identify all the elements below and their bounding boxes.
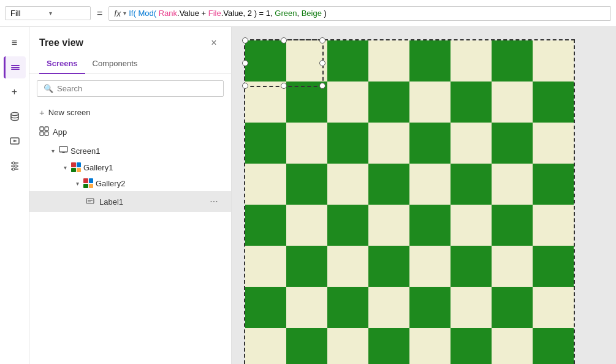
checkerboard-cell [533,328,574,364]
checkerboard-cell [286,123,327,164]
checkerboard-cell [368,164,409,205]
checkerboard-cell [492,328,533,364]
main-area: ≡ + [0,27,616,364]
app-icon [39,126,49,138]
checkerboard-cell [368,205,409,246]
label1-label: Label1 [99,197,123,207]
tree-item-label1[interactable]: Label1 ··· [29,191,231,212]
fill-label: Fill [10,9,47,18]
checkerboard-cell [245,164,286,205]
checkerboard-cell [368,328,409,364]
svg-rect-13 [45,127,48,131]
tree-item-gallery1[interactable]: ▾ Gallery1 [29,159,231,175]
chevron-down-icon: ▾ [61,164,69,171]
data-icon[interactable] [4,105,26,127]
gallery1-color-icon [71,162,81,172]
checkerboard-cell [286,82,327,123]
checkerboard-cell [327,246,368,287]
formula-text: If( Mod( Rank.Value + File.Value, 2 ) = … [129,9,327,18]
canvas-area [232,27,616,364]
fill-dropdown[interactable]: Fill ▾ [5,6,91,20]
controls-icon[interactable] [4,154,26,176]
checkerboard-cell [245,287,286,328]
checkerboard-cell [492,287,533,328]
tab-screens[interactable]: Screens [39,55,85,74]
tab-components[interactable]: Components [85,55,145,74]
checkerboard-cell [409,40,451,82]
checkerboard-cell [286,246,327,287]
checkerboard-cell [286,164,327,205]
checkerboard-cell [533,205,574,246]
fill-chevron-icon: ▾ [49,10,85,17]
checkerboard-cell [451,205,492,246]
svg-point-9 [15,165,17,167]
screen-icon [59,145,68,156]
checkerboard-cell [368,246,409,287]
svg-point-11 [12,168,15,170]
gallery2-color-icon [83,178,93,188]
tree-title: Tree view [39,37,83,48]
checkerboard-cell [327,123,368,164]
app-row[interactable]: App [29,122,231,142]
checkerboard-cell [492,205,533,246]
svg-point-7 [12,162,15,164]
checkerboard-cell [245,205,286,246]
checkerboard-container [244,39,575,364]
checkerboard-cell [492,40,533,82]
svg-point-3 [11,113,18,116]
svg-rect-1 [11,67,20,68]
search-bar: 🔍 [37,80,224,97]
checkerboard-cell [286,205,327,246]
close-button[interactable]: × [207,36,221,50]
fx-label: fx [114,9,121,18]
fx-chevron-icon: ▾ [123,10,126,17]
svg-marker-5 [13,140,17,142]
checkerboard-cell [368,82,409,123]
checkerboard-cell [245,40,286,82]
svg-rect-2 [11,69,20,70]
plus-icon: + [39,107,45,118]
checkerboard-cell [492,82,533,123]
checkerboard-cell [409,246,451,287]
checkerboard-cell [286,40,327,82]
equals-sign: = [94,8,105,19]
svg-rect-14 [40,132,44,135]
more-button[interactable]: ··· [207,194,221,209]
svg-rect-16 [59,146,67,152]
checkerboard-cell [368,40,409,82]
checkerboard-cell [327,164,368,205]
svg-rect-0 [11,65,20,66]
formula-bar: fx ▾ If( Mod( Rank.Value + File.Value, 2… [108,6,611,21]
checkerboard-cell [451,40,492,82]
checkerboard-cell [451,164,492,205]
media-icon[interactable] [4,130,26,152]
tree-item-gallery2[interactable]: ▾ Gallery2 [29,175,231,191]
app-label: App [53,127,67,137]
search-input[interactable] [57,84,217,93]
svg-rect-12 [40,127,44,131]
checkerboard-cell [409,287,451,328]
checkerboard-cell [368,287,409,328]
chevron-down-icon: ▾ [74,180,81,187]
label-icon [86,197,94,207]
svg-rect-15 [45,132,48,135]
menu-icon[interactable]: ≡ [4,32,26,54]
left-toolbar: ≡ + [0,27,29,364]
layers-icon[interactable] [4,56,26,78]
checkerboard-cell [492,246,533,287]
checkerboard-cell [451,123,492,164]
checkerboard-cell [245,328,286,364]
new-screen-button[interactable]: + New screen [29,103,231,122]
add-icon[interactable]: + [4,81,26,103]
tree-panel: Tree view × Screens Components 🔍 + New s… [29,27,232,364]
checkerboard-cell [533,123,574,164]
checkerboard-cell [286,328,327,364]
tree-item-screen1[interactable]: ▾ Screen1 [29,142,231,159]
checkerboard [244,39,575,364]
checkerboard-cell [327,40,368,82]
new-screen-label: New screen [48,108,91,117]
checkerboard-cell [533,40,574,82]
checkerboard-cell [451,287,492,328]
checkerboard-cell [451,328,492,364]
checkerboard-cell [286,287,327,328]
